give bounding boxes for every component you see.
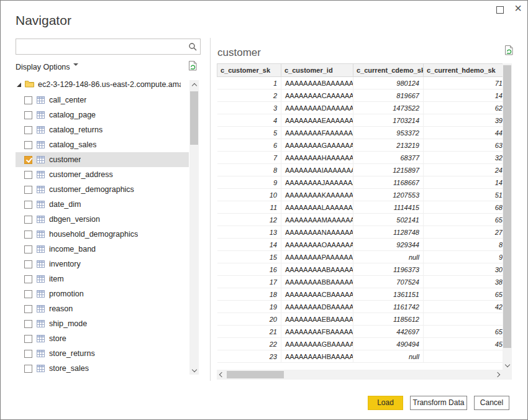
cell-customer-id: AAAAAAAACAAAAAAA [281,89,353,102]
preview-vertical-scrollbar[interactable] [503,63,512,370]
cell-current-cdemo-sk: 929344 [353,239,424,251]
scroll-left-button[interactable] [217,370,225,380]
maximize-icon[interactable] [496,6,504,14]
transform-data-button[interactable]: Transform Data [410,396,467,410]
cell-customer-sk: 18 [217,288,281,301]
tree-item-label: item [49,275,64,283]
tree-item[interactable]: promotion [16,286,189,301]
table-checkbox[interactable] [24,231,32,239]
tree-root[interactable]: ec2-3-129-148-86.us-east-2.compute.amaz.… [16,76,189,93]
tree-item[interactable]: ship_mode [16,316,189,331]
table-header-row: c_customer_sk c_customer_id c_current_cd… [217,64,503,77]
table-checkbox[interactable] [24,96,32,104]
tables-tree: ec2-3-129-148-86.us-east-2.compute.amaz.… [16,76,189,376]
table-checkbox[interactable] [24,335,32,343]
cell-customer-sk: 20 [217,313,281,326]
tree-item[interactable]: catalog_sales [16,137,189,152]
tree-item[interactable]: dbgen_version [16,212,189,227]
search-input[interactable] [16,39,194,54]
tree-item[interactable]: reason [16,301,189,316]
scroll-down-button[interactable] [503,361,512,370]
table-icon [37,365,45,372]
scrollbar-thumb[interactable] [190,91,198,145]
cell-current-hdemo-sk: 62 [424,102,503,114]
table-icon [37,171,45,178]
table-checkbox[interactable] [24,216,32,224]
table-checkbox[interactable] [24,126,32,134]
cell-customer-sk: 13 [217,226,281,239]
table-icon [37,305,45,313]
scroll-right-button[interactable] [494,370,503,380]
table-checkbox[interactable] [24,320,32,328]
scrollbar-thumb[interactable] [227,371,284,378]
tree-item[interactable]: customer [16,152,189,167]
cell-customer-sk: 12 [217,214,281,226]
cell-current-hdemo-sk: 9 [424,251,503,263]
refresh-preview-icon[interactable] [504,45,514,58]
table-row: 2 AAAAAAAACAAAAAAA 819667 14 [217,89,503,102]
tree-item[interactable]: catalog_returns [16,122,189,137]
preview-horizontal-scrollbar[interactable] [217,370,503,380]
tree-item[interactable]: income_band [16,242,189,257]
tree-item[interactable]: store_returns [16,346,189,361]
cell-current-cdemo-sk: 68377 [353,152,424,164]
cell-current-hdemo-sk: 65 [424,326,503,338]
tree-item-label: customer [49,155,81,164]
refresh-preview-icon[interactable] [188,60,198,74]
table-checkbox[interactable] [24,365,32,373]
table-checkbox[interactable] [24,156,32,164]
tree-item[interactable]: item [16,272,189,286]
table-icon [37,275,45,283]
cell-current-cdemo-sk: 1196373 [353,263,424,276]
cell-customer-id: AAAAAAAAFBAAAAAA [281,326,353,338]
display-options-dropdown[interactable]: Display Options [16,63,78,71]
tree-item[interactable]: date_dim [16,197,189,212]
table-row: 12 AAAAAAAAMAAAAAAA 502141 65 [217,214,503,226]
cell-customer-id: AAAAAAAAOAAAAAAA [281,239,353,251]
table-checkbox[interactable] [24,201,32,209]
table-checkbox[interactable] [24,350,32,358]
chevron-left-icon [219,372,224,377]
table-checkbox[interactable] [24,186,32,194]
scroll-down-button[interactable] [189,366,199,375]
cell-customer-id: AAAAAAAABBAAAAAA [281,276,353,288]
table-checkbox[interactable] [24,305,32,313]
close-icon[interactable]: × [514,2,522,14]
cell-current-hdemo-sk: 65 [424,214,503,226]
scrollbar-corner [503,370,512,380]
cell-customer-id: AAAAAAAAIAAAAAAA [281,164,353,176]
page-title: Navigator [16,13,71,28]
load-button[interactable]: Load [368,396,403,410]
tree-item[interactable]: catalog_page [16,107,189,122]
table-checkbox[interactable] [24,171,32,179]
table-checkbox[interactable] [24,290,32,298]
cell-customer-sk: 11 [217,201,281,214]
table-checkbox[interactable] [24,111,32,119]
tree-item[interactable]: store_sales [16,361,189,376]
cell-customer-id: AAAAAAAAHAAAAAAA [281,152,353,164]
tree-item[interactable]: customer_demographics [16,182,189,197]
tree-item[interactable]: customer_address [16,167,189,182]
table-checkbox[interactable] [24,275,32,283]
tree-item[interactable]: store [16,331,189,346]
cancel-button[interactable]: Cancel [474,396,509,410]
tree-item[interactable]: household_demographics [16,227,189,242]
search-icon[interactable] [188,42,197,53]
table-checkbox[interactable] [24,141,32,149]
tree-root-label: ec2-3-129-148-86.us-east-2.compute.amaz.… [38,80,181,89]
table-icon [37,245,45,253]
scrollbar-thumb[interactable] [503,65,511,348]
cell-current-cdemo-sk: 1185612 [353,313,424,326]
left-panel-scrollbar[interactable] [189,80,199,375]
table-row: 19 AAAAAAAADBAAAAAA 1161742 42 [217,301,503,313]
cell-current-cdemo-sk: 1168667 [353,176,424,189]
tree-item[interactable]: inventory [16,257,189,272]
tree-expander-icon[interactable] [17,83,21,87]
cell-current-hdemo-sk: 14 [424,176,503,189]
tree-item[interactable]: call_center [16,93,189,107]
tree-item-label: store_returns [49,349,95,358]
table-checkbox[interactable] [24,245,32,253]
scroll-up-button[interactable] [189,80,199,89]
cell-current-hdemo-sk: 32 [424,152,503,164]
table-checkbox[interactable] [24,260,32,268]
